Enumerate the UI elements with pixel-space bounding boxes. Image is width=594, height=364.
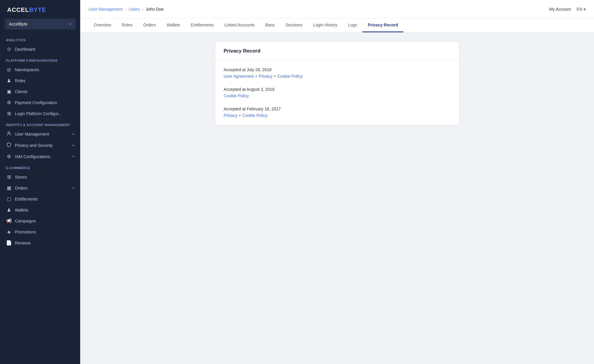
sidebar-item-clients[interactable]: ▣ Clients: [0, 86, 80, 97]
sidebar-item-privacy-security[interactable]: Privacy and Security ▾: [0, 140, 80, 151]
orders-icon: ▦: [6, 185, 12, 191]
sidebar-label-promotions: Promotions: [15, 230, 36, 234]
sidebar-label-orders: Orders: [15, 186, 28, 190]
breadcrumb-users[interactable]: Users: [129, 7, 140, 12]
svg-point-0: [8, 132, 10, 133]
reviews-icon: 📄: [6, 240, 12, 246]
link-user-agreement[interactable]: User Agreement: [224, 74, 254, 79]
privacy-date-2: Accepted at August 3, 2018: [224, 87, 451, 92]
breadcrumb-user-management[interactable]: User Management: [89, 7, 123, 12]
tab-wallets[interactable]: Wallets: [161, 18, 185, 32]
tabs-bar: Overview Roles Orders Wallets Entitlemen…: [80, 18, 594, 33]
privacy-links-2: Cookie Policy: [224, 93, 451, 98]
sidebar-label-campaigns: Campaigns: [15, 219, 36, 223]
privacy-entry-1: Accepted at July 28, 2019 User Agreement…: [224, 67, 451, 79]
sidebar-item-promotions[interactable]: ◈ Promotions: [0, 226, 80, 237]
my-account-link[interactable]: My Account: [549, 7, 571, 12]
sidebar-label-payment: Payment Configuration: [15, 100, 57, 105]
tab-overview[interactable]: Overview: [89, 18, 116, 32]
lang-selector[interactable]: EN ▾: [577, 7, 586, 12]
content-area: Privacy Record Accepted at July 28, 2019…: [80, 33, 594, 364]
sidebar-label-entitlements: Entitlements: [15, 197, 38, 201]
breadcrumb: User Management › Users › John Doe: [89, 7, 164, 12]
wallets-icon: ♟: [6, 207, 12, 213]
workspace-chevron-icon: ▾: [69, 22, 71, 26]
stores-icon: ⊞: [6, 174, 12, 180]
clients-icon: ▣: [6, 89, 12, 94]
sidebar-label-clients: Clients: [15, 89, 28, 94]
link-cookie-policy-3[interactable]: Cookie Policy: [242, 113, 268, 118]
promotions-icon: ◈: [6, 229, 12, 235]
sidebar-item-wallets[interactable]: ♟ Wallets: [0, 204, 80, 215]
sidebar-item-campaigns[interactable]: 📢 Campaigns: [0, 215, 80, 226]
sidebar-label-privacy-security: Privacy and Security: [15, 143, 53, 148]
sep-3a: •: [239, 113, 241, 118]
app-logo: ACCELBYTE: [0, 0, 80, 19]
privacy-links-1: User Agreement • Privacy • Cookie Policy: [224, 74, 451, 79]
privacy-date-1: Accepted at July 28, 2019: [224, 67, 451, 72]
link-cookie-policy-1[interactable]: Cookie Policy: [277, 74, 303, 79]
tab-entitlements[interactable]: Entitlements: [185, 18, 219, 32]
section-ecommerce: E-COMMERCE: [0, 162, 80, 171]
sidebar-item-namespaces[interactable]: ◎ Namespaces: [0, 64, 80, 75]
tab-linked-accounts[interactable]: Linked Accounts: [219, 18, 260, 32]
sidebar-item-payment-config[interactable]: ⚙ Payment Configuration: [0, 97, 80, 108]
sidebar-item-roles[interactable]: ♟ Roles: [0, 75, 80, 86]
sep-1a: •: [255, 74, 257, 79]
privacy-entry-2: Accepted at August 3, 2018 Cookie Policy: [224, 87, 451, 98]
entitlements-icon: ▢: [6, 196, 12, 202]
privacy-record-card: Privacy Record Accepted at July 28, 2019…: [215, 42, 459, 125]
sidebar-item-reviews[interactable]: 📄 Reviews: [0, 237, 80, 248]
sidebar-label-reviews: Reviews: [15, 241, 31, 245]
lang-label: EN: [577, 7, 582, 12]
sidebar: ACCELBYTE AccelByte ▾ ANALYTICS ⊙ Dashbo…: [0, 0, 80, 364]
link-privacy-3[interactable]: Privacy: [224, 113, 237, 118]
sidebar-item-orders[interactable]: ▦ Orders ▾: [0, 182, 80, 193]
card-body: Accepted at July 28, 2019 User Agreement…: [215, 60, 459, 125]
sidebar-item-iam-configs[interactable]: ⚙ IAM Configurations ▾: [0, 151, 80, 162]
tab-sessions[interactable]: Sessions: [280, 18, 308, 32]
sidebar-label-namespaces: Namespaces: [15, 67, 39, 72]
sidebar-item-user-management[interactable]: User Management ▾: [0, 128, 80, 140]
top-header: User Management › Users › John Doe My Ac…: [80, 0, 594, 18]
privacy-security-chevron-icon: ▾: [72, 144, 74, 147]
sidebar-item-entitlements[interactable]: ▢ Entitlements: [0, 193, 80, 204]
breadcrumb-sep-1: ›: [125, 7, 127, 12]
sidebar-item-dashboard[interactable]: ⊙ Dashboard: [0, 44, 80, 55]
sidebar-item-login-platform[interactable]: ⊞ Login Platform Configur...: [0, 108, 80, 119]
sidebar-item-stores[interactable]: ⊞ Stores: [0, 171, 80, 182]
user-management-icon: [6, 131, 12, 137]
sidebar-label-wallets: Wallets: [15, 208, 28, 212]
link-cookie-policy-2[interactable]: Cookie Policy: [224, 93, 249, 98]
card-title: Privacy Record: [215, 42, 459, 60]
workspace-selector[interactable]: AccelByte ▾: [5, 19, 75, 29]
lang-chevron-icon: ▾: [584, 7, 586, 12]
tab-privacy-record[interactable]: Privacy Record: [362, 18, 403, 32]
login-platform-icon: ⊞: [6, 111, 12, 116]
tab-logs[interactable]: Logs: [343, 18, 362, 32]
sidebar-label-roles: Roles: [15, 78, 26, 83]
section-platform-configs: PLATFORM CONFIGURATIONS: [0, 55, 80, 64]
orders-chevron-icon: ▾: [72, 186, 74, 190]
namespaces-icon: ◎: [6, 67, 12, 72]
tab-login-history[interactable]: Login History: [308, 18, 343, 32]
sidebar-label-login-platform: Login Platform Configur...: [15, 111, 62, 116]
tab-roles[interactable]: Roles: [116, 18, 138, 32]
privacy-links-3: Privacy • Cookie Policy: [224, 113, 451, 118]
workspace-name: AccelByte: [9, 22, 27, 26]
tab-orders[interactable]: Orders: [138, 18, 161, 32]
header-right: My Account EN ▾: [549, 7, 586, 12]
section-analytics: ANALYTICS: [0, 34, 80, 44]
roles-icon: ♟: [6, 78, 12, 83]
sidebar-label-dashboard: Dashboard: [15, 47, 35, 52]
sep-1b: •: [274, 74, 276, 79]
tab-bans[interactable]: Bans: [260, 18, 280, 32]
sidebar-label-stores: Stores: [15, 175, 27, 179]
privacy-security-icon: [6, 142, 12, 148]
user-management-chevron-icon: ▾: [72, 132, 74, 136]
privacy-entry-3: Accepted at February 16, 2017 Privacy • …: [224, 107, 451, 118]
payment-icon: ⚙: [6, 100, 12, 105]
iam-config-icon: ⚙: [6, 154, 12, 159]
breadcrumb-current: John Doe: [146, 7, 164, 12]
link-privacy-1[interactable]: Privacy: [259, 74, 272, 79]
